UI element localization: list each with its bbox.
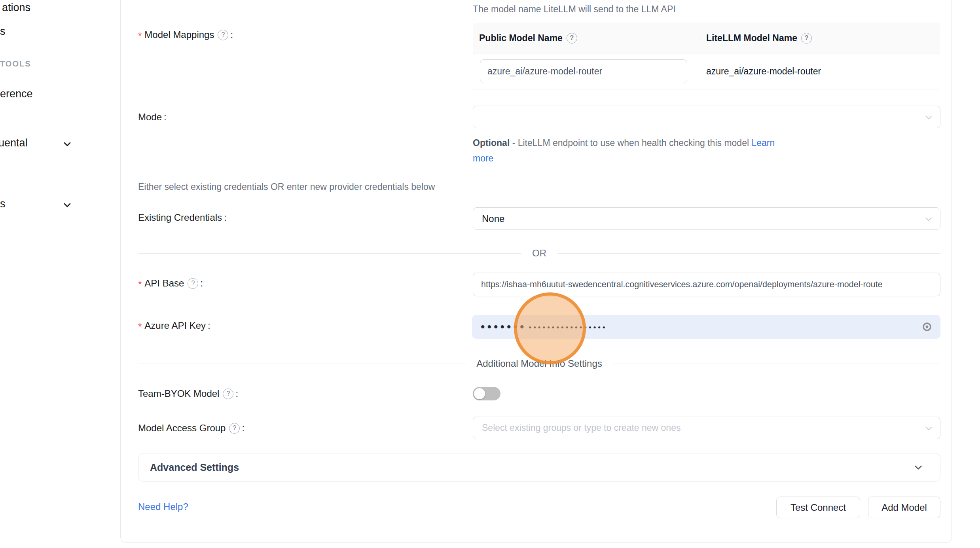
litellm-model-name-header: LiteLLM Model Name ? <box>700 33 812 44</box>
azure-api-key-label: * Azure API Key : <box>138 320 210 331</box>
chevron-down-icon <box>923 112 934 122</box>
header-text: Public Model Name <box>479 33 563 44</box>
api-base-label-text: API Base <box>144 278 184 289</box>
colon: : <box>235 388 238 399</box>
help-question-icon[interactable]: ? <box>801 33 812 44</box>
additional-settings-divider-text: Additional Model Info Settings <box>466 358 613 369</box>
colon: : <box>230 29 233 40</box>
sidebar-item[interactable]: s <box>0 198 6 210</box>
toggle-knob <box>474 388 485 399</box>
help-question-icon[interactable]: ? <box>218 30 228 40</box>
chevron-down-icon[interactable] <box>62 199 73 212</box>
masked-dots-small: ••••••••••••••••• <box>529 324 607 331</box>
api-base-label: * API Base ? : <box>138 278 203 289</box>
chevron-down-icon <box>912 461 924 473</box>
table-row: azure_ai/azure-model-router <box>473 53 940 89</box>
table-header-row: Public Model Name ? LiteLLM Model Name ? <box>473 23 940 53</box>
model-mappings-table: Public Model Name ? LiteLLM Model Name ?… <box>473 23 940 89</box>
model-access-group-placeholder: Select existing groups or type to create… <box>473 423 681 433</box>
team-byok-label: Team-BYOK Model ? : <box>138 388 238 399</box>
public-model-cell <box>473 59 694 83</box>
divider-line <box>138 364 466 364</box>
test-connect-button[interactable]: Test Connect <box>776 497 860 518</box>
model-mappings-label-text: Model Mappings <box>144 29 214 40</box>
sidebar-item[interactable]: ations <box>2 2 30 14</box>
existing-credentials-label-text: Existing Credentials <box>138 212 222 223</box>
add-model-page: ations s TOOLS erence uental s The model… <box>0 0 980 548</box>
team-byok-label-text: Team-BYOK Model <box>138 388 219 399</box>
help-question-icon[interactable]: ? <box>188 278 198 289</box>
mode-label-text: Mode <box>138 112 162 123</box>
add-model-button[interactable]: Add Model <box>868 497 940 518</box>
mode-hint-text: - LiteLLM endpoint to use when health ch… <box>510 138 751 148</box>
sidebar-section-label: TOOLS <box>0 59 31 68</box>
team-byok-toggle[interactable] <box>473 387 500 400</box>
public-model-name-input[interactable] <box>480 59 687 83</box>
chevron-down-icon <box>923 423 934 433</box>
masked-dots-large: ••••••• <box>481 321 527 333</box>
advanced-settings-panel[interactable]: Advanced Settings <box>138 453 940 482</box>
divider-line <box>138 253 521 254</box>
api-base-input[interactable] <box>473 273 940 296</box>
credentials-note: Either select existing credentials OR en… <box>138 182 435 192</box>
sidebar-item[interactable]: s <box>0 25 6 38</box>
litellm-model-name-value: azure_ai/azure-model-router <box>706 66 821 77</box>
colon: : <box>164 112 167 123</box>
azure-api-key-label-text: Azure API Key <box>144 320 206 331</box>
existing-credentials-label: Existing Credentials : <box>138 212 227 223</box>
required-mark: * <box>138 321 142 332</box>
model-mappings-label: * Model Mappings ? : <box>138 29 233 40</box>
chevron-down-icon <box>923 214 934 224</box>
sidebar-item[interactable]: uental <box>0 137 28 149</box>
mode-hint: Optional - LiteLLM endpoint to use when … <box>473 135 789 166</box>
masked-api-key: ••••••• ••••••••••••••••• <box>472 321 607 333</box>
public-model-name-header: Public Model Name ? <box>473 33 700 44</box>
colon: : <box>224 212 227 223</box>
colon: : <box>208 320 210 331</box>
or-divider: OR <box>138 248 940 258</box>
colon: : <box>200 278 203 289</box>
divider-line <box>557 253 940 254</box>
mode-hint-bold: Optional <box>473 138 510 148</box>
mode-select[interactable] <box>473 106 940 128</box>
model-name-hint: The model name LiteLLM will send to the … <box>473 4 676 15</box>
mode-label: Mode : <box>138 112 167 123</box>
header-text: LiteLLM Model Name <box>706 33 797 44</box>
model-access-group-label-text: Model Access Group <box>138 423 226 434</box>
advanced-settings-label: Advanced Settings <box>138 462 239 473</box>
help-question-icon[interactable]: ? <box>567 33 577 44</box>
azure-api-key-input[interactable]: ••••••• ••••••••••••••••• <box>472 315 940 339</box>
model-access-group-select[interactable]: Select existing groups or type to create… <box>473 417 940 439</box>
help-question-icon[interactable]: ? <box>229 423 240 434</box>
sidebar-item[interactable]: erence <box>0 88 33 100</box>
help-question-icon[interactable]: ? <box>223 389 233 399</box>
divider-line <box>613 364 940 364</box>
required-mark: * <box>138 279 142 290</box>
colon: : <box>242 423 245 434</box>
existing-credentials-value: None <box>473 213 504 224</box>
model-access-group-label: Model Access Group ? : <box>138 423 245 434</box>
additional-settings-divider: Additional Model Info Settings <box>138 359 940 368</box>
need-help-link[interactable]: Need Help? <box>138 501 188 512</box>
existing-credentials-select[interactable]: None <box>473 207 940 230</box>
chevron-down-icon[interactable] <box>62 138 73 151</box>
required-mark: * <box>138 30 142 42</box>
eye-icon[interactable] <box>921 321 933 332</box>
or-divider-text: OR <box>521 248 557 259</box>
